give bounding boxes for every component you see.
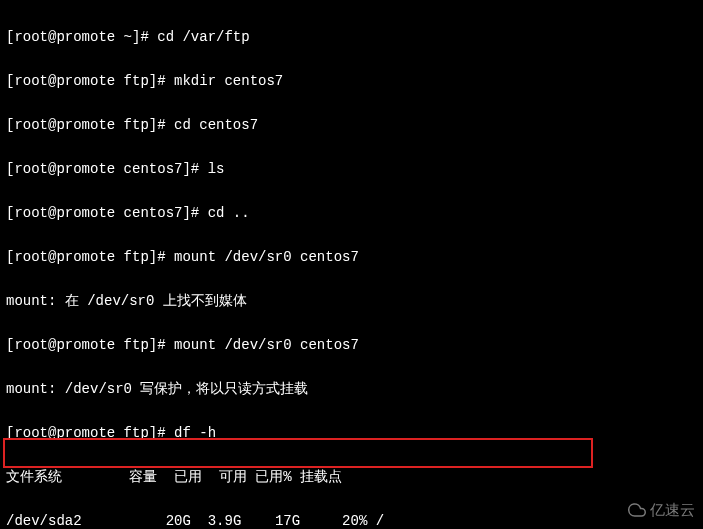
col-used: 已用	[174, 469, 202, 485]
cmd-line: [root@promote ftp]# mkdir centos7	[6, 70, 697, 92]
watermark: 亿速云	[628, 499, 695, 521]
cmd-line: [root@promote ftp]# mount /dev/sr0 cento…	[6, 246, 697, 268]
col-avail: 可用	[219, 469, 247, 485]
df-header: 文件系统 容量 已用 可用 已用% 挂载点	[6, 466, 697, 488]
df-row: /dev/sda2 20G 3.9G 17G 20% /	[6, 510, 697, 529]
mount-error: mount: 在 /dev/sr0 上找不到媒体	[6, 290, 697, 312]
cmd-line: [root@promote centos7]# cd ..	[6, 202, 697, 224]
cell-size: 20G	[157, 513, 191, 529]
col-mount: 挂载点	[300, 469, 342, 485]
cell-mount: /	[376, 513, 384, 529]
cmd-line: [root@promote ftp]# cd centos7	[6, 114, 697, 136]
cmd-line: [root@promote ftp]# df -h	[6, 422, 697, 444]
cell-used: 3.9G	[208, 513, 242, 529]
col-usepct: 已用%	[255, 469, 291, 485]
terminal-output[interactable]: [root@promote ~]# cd /var/ftp [root@prom…	[0, 0, 703, 529]
mount-warning: mount: /dev/sr0 写保护，将以只读方式挂载	[6, 378, 697, 400]
cell-avail: 17G	[267, 513, 301, 529]
cell-pct: 20%	[334, 513, 368, 529]
watermark-text: 亿速云	[650, 499, 695, 521]
cell-fs: /dev/sda2	[6, 513, 82, 529]
cmd-line: [root@promote centos7]# ls	[6, 158, 697, 180]
col-filesystem: 文件系统	[6, 469, 62, 485]
cmd-line: [root@promote ftp]# mount /dev/sr0 cento…	[6, 334, 697, 356]
cloud-icon	[628, 501, 646, 519]
cmd-line: [root@promote ~]# cd /var/ftp	[6, 26, 697, 48]
col-size: 容量	[129, 469, 157, 485]
